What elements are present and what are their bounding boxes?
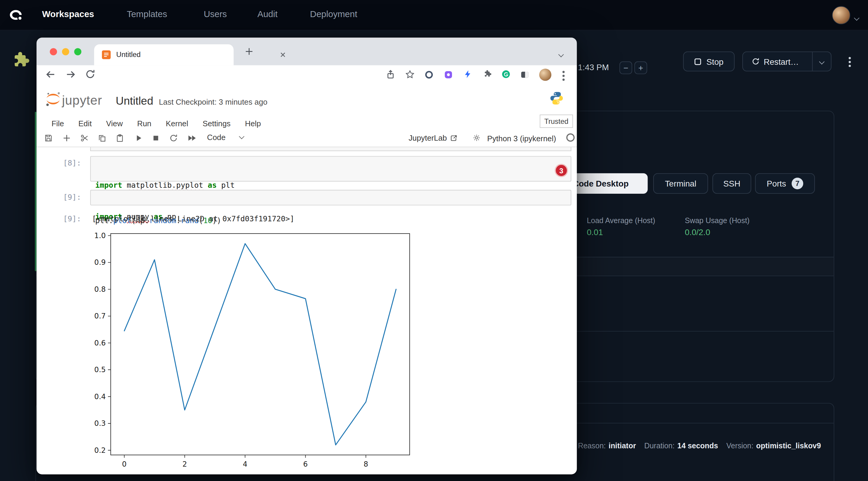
browser-toolbar: 5555--main--test--matifali.atif.cdr.dev/… [37,65,577,84]
puzzle-extensions-icon[interactable] [483,70,492,81]
reload-icon[interactable] [85,69,95,82]
svg-text:0.9: 0.9 [94,258,105,266]
interrupt-kernel-icon[interactable] [152,134,160,145]
jupyterlab-link[interactable]: JupyterLab [408,133,457,142]
svg-text:0.8: 0.8 [94,285,105,294]
notebook-favicon [102,51,111,62]
menu-file[interactable]: File [52,119,64,128]
add-cell-icon[interactable] [63,134,71,145]
close-traffic-light[interactable] [50,48,57,56]
tab-ssh[interactable]: SSH [712,173,751,194]
copy-icon[interactable] [98,134,106,145]
zoom-out-button[interactable]: − [619,62,632,74]
browser-profile-avatar[interactable] [539,69,552,81]
nav-item-users[interactable]: Users [204,9,227,19]
browser-tab-strip: Untitled [37,38,577,65]
restart-dropdown-button[interactable] [812,52,831,71]
browser-menu-kebab-icon[interactable] [562,69,564,83]
code-cell-input[interactable]: import matplotlib.pyplot as plt import n… [90,156,571,182]
tab-terminal[interactable]: Terminal [653,173,708,194]
back-icon[interactable] [45,69,56,82]
svg-text:0.2: 0.2 [94,446,105,455]
forward-icon[interactable] [65,69,76,82]
jupyter-brand[interactable]: jupyter [62,93,102,108]
coder-logo-icon[interactable] [8,7,24,26]
tab-ports[interactable]: Ports 7 [755,173,815,194]
jupyter-logo-icon[interactable] [45,91,61,110]
svg-text:2: 2 [182,460,187,469]
browser-window: Untitled [37,38,577,474]
bolt-extension-icon[interactable] [463,70,472,81]
svg-text:0: 0 [122,460,127,469]
run-cell-icon[interactable] [135,134,143,145]
output-text: [<matplotlib.lines.Line2D at 0x7fd03f191… [92,214,294,223]
notification-count-badge[interactable]: 3 [555,164,568,177]
restart-split-button: Restart… [742,52,831,71]
svg-text:8: 8 [364,460,368,469]
menu-settings[interactable]: Settings [203,119,230,128]
menu-edit[interactable]: Edit [78,119,92,128]
cut-icon[interactable] [81,134,89,145]
kernel-status-icon [566,133,575,142]
template-puzzle-icon [10,51,30,73]
workspace-menu-kebab-icon[interactable] [848,56,850,69]
svg-text:6: 6 [303,460,308,469]
stop-icon [694,58,702,65]
kernel-name[interactable]: Python 3 (ipykernel) [487,134,556,143]
menu-help[interactable]: Help [245,119,261,128]
stat-label: Swap Usage (Host) [685,217,749,225]
sidebar-toggle-icon[interactable] [520,70,529,81]
svg-text:0.5: 0.5 [94,365,105,374]
tab-title: Untitled [116,51,141,59]
purple-extension-icon[interactable] [444,70,453,81]
nav-item-templates[interactable]: Templates [127,9,167,19]
output-prompt: [9]: [63,214,81,223]
paste-icon[interactable] [116,134,124,145]
restart-icon [752,58,760,65]
stat-value: 0.0/2.0 [685,228,749,237]
run-all-icon[interactable] [187,134,196,145]
tab-close-icon[interactable] [279,51,287,61]
stat-value: 0.01 [587,228,655,237]
restart-button[interactable]: Restart… [743,57,807,66]
maximize-traffic-light[interactable] [74,48,81,56]
avatar-chevron-down-icon[interactable] [855,12,859,22]
tab-search-chevron-icon[interactable] [559,49,563,59]
minimize-traffic-light[interactable] [62,48,69,56]
menu-kernel[interactable]: Kernel [166,119,188,128]
jupyter-header: jupyter Untitled Last Checkpoint: 3 minu… [37,84,577,116]
stop-button[interactable]: Stop [683,52,735,71]
stat-label: Load Average (Host) [587,217,655,225]
share-icon[interactable] [386,70,395,82]
jupyter-menubar: File Edit View Run Kernel Settings Help [37,116,577,131]
notebook-title[interactable]: Untitled [116,95,153,107]
ring-extension-icon[interactable] [425,70,434,81]
line-chart: 0.20.30.40.50.60.70.80.91.002468 [92,226,424,474]
stat-swap-usage: Swap Usage (Host) 0.0/2.0 [685,217,749,237]
user-avatar[interactable] [832,6,850,24]
green-extension-icon[interactable] [501,70,510,81]
trusted-button[interactable]: Trusted [540,115,573,128]
stat-load-average: Load Average (Host) 0.01 [587,217,655,237]
code-cell-input[interactable]: plt.plot(np.random.rand(10)) [90,190,571,205]
input-prompt: [9]: [63,193,81,201]
svg-text:0.3: 0.3 [94,419,105,428]
build-meta-row: Reason:initiator Duration:14 seconds Ver… [578,441,821,450]
workspace-time: 1:43 PM [578,63,609,72]
menu-run[interactable]: Run [137,119,151,128]
zoom-in-button[interactable]: + [634,62,647,74]
nav-item-workspaces[interactable]: Workspaces [42,9,94,19]
menu-view[interactable]: View [106,119,123,128]
save-icon[interactable] [44,134,53,145]
nav-item-deployment[interactable]: Deployment [310,9,358,19]
browser-tab[interactable]: Untitled [94,44,234,65]
ports-count-badge: 7 [792,178,803,189]
bookmark-star-icon[interactable] [405,70,414,82]
cell-type-dropdown[interactable]: Code [207,133,244,142]
kernel-settings-gear-icon[interactable] [473,134,480,144]
restart-kernel-icon[interactable] [169,134,178,145]
clipped-cell [90,147,571,151]
new-tab-button[interactable] [245,47,254,58]
nav-item-audit[interactable]: Audit [257,9,277,19]
input-prompt: [8]: [63,158,81,167]
